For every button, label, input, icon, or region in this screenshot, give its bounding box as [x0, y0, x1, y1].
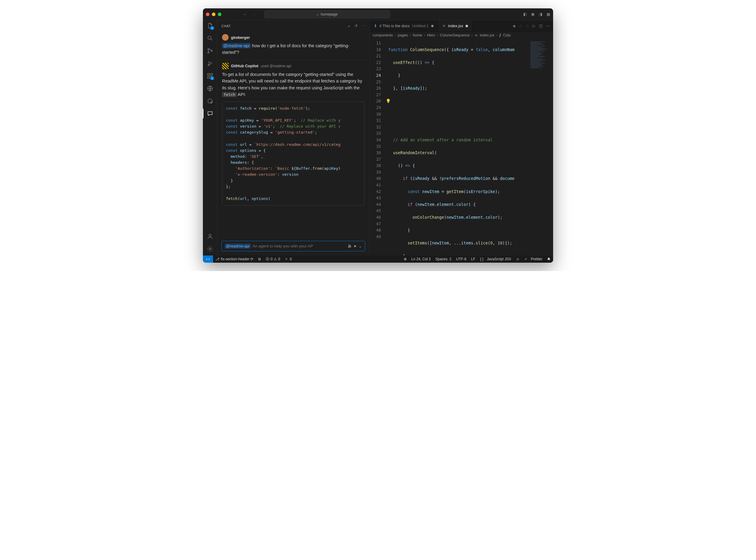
minimize-window[interactable] — [212, 13, 216, 16]
remote-button[interactable] — [203, 256, 213, 263]
user-name: gkoberger — [231, 35, 250, 40]
extensions-icon[interactable]: 2 — [206, 72, 214, 79]
run-icon[interactable]: ▷ — [533, 24, 536, 28]
run-debug-icon[interactable] — [206, 60, 214, 67]
mic-icon[interactable]: 🎤︎ — [348, 244, 352, 248]
layout-secondary-icon[interactable]: ◨ — [539, 12, 542, 16]
nav-arrows: ← → — [243, 12, 256, 16]
sync-icon: ⟳ — [251, 257, 253, 261]
command-center[interactable]: ⌕ homepage — [264, 11, 390, 18]
error-icon: ⓧ — [266, 257, 269, 262]
chat-title: CHAT — [221, 24, 231, 28]
layout-primary-icon[interactable]: ◧ — [523, 12, 527, 16]
remote-explorer-icon[interactable] — [206, 85, 214, 92]
breadcrumb[interactable]: components› pages› home› Hero› ColumnSeq… — [370, 32, 553, 39]
user-message: gkoberger @readme-api how do I get a lis… — [217, 32, 369, 60]
spaces-status[interactable]: Spaces: 2 — [433, 257, 454, 261]
language-status[interactable]: { } JavaScript JSX — [478, 257, 514, 261]
chat-messages[interactable]: gkoberger @readme-api how do I get a lis… — [217, 32, 369, 238]
ports-status[interactable]: ⧉ — [256, 257, 263, 261]
svg-rect-8 — [211, 74, 212, 75]
source-control-icon[interactable] — [206, 47, 214, 54]
arrow-down-icon: ⬇ — [374, 24, 377, 28]
layout-customize-icon[interactable]: ▦ — [546, 12, 550, 16]
line-gutter: 1118212223242526272829303132333435363738… — [370, 39, 383, 256]
svg-point-12 — [209, 234, 211, 236]
explorer-badge: 2 — [210, 26, 214, 30]
zoom-status[interactable]: ⊕ — [401, 257, 409, 261]
cursor-status[interactable]: Ln 24, Col 3 — [409, 257, 433, 261]
svg-point-3 — [211, 50, 213, 52]
branch-status[interactable]: ⎇ fix-section-header ⟳ — [213, 257, 256, 261]
branch-icon: ⎇ — [216, 257, 220, 261]
nav-back-icon[interactable]: ← — [243, 12, 247, 16]
bell-icon: 🔔︎ — [547, 257, 551, 261]
svg-point-4 — [208, 65, 209, 66]
history-icon[interactable]: ↺ — [355, 24, 358, 28]
tab-suffix: Untitled-1 — [412, 24, 429, 28]
assistant-name: GitHub Copilot — [231, 64, 258, 68]
testing-icon[interactable] — [206, 97, 214, 105]
chat-input[interactable]: @readme-api 🎤︎ ➤ ⌄ — [221, 241, 365, 251]
copilot-status[interactable]: ☺ — [514, 257, 522, 261]
braces-icon: { } — [480, 257, 483, 261]
tab-index-jsx[interactable]: ⚛ index.jsx — [438, 20, 473, 32]
svg-point-10 — [208, 99, 212, 103]
tab-label: index.jsx — [448, 24, 463, 28]
maximize-window[interactable] — [218, 13, 221, 16]
svg-point-2 — [208, 52, 209, 53]
split-editor-icon[interactable]: ◫ — [539, 24, 543, 28]
search-icon: ⌕ — [317, 12, 319, 16]
more-icon[interactable]: ⋯ — [362, 24, 365, 28]
settings-gear-icon[interactable] — [206, 245, 214, 253]
account-icon[interactable] — [206, 233, 214, 240]
more-editor-icon[interactable]: ⋯ — [546, 24, 550, 28]
activity-bar: 2 2 — [203, 20, 217, 256]
layout-panel-icon[interactable]: ▣ — [531, 12, 535, 16]
prev-change-icon[interactable]: ◇ — [519, 24, 522, 28]
copilot-avatar-icon — [222, 63, 228, 69]
copilot-icon: ☺ — [516, 257, 520, 261]
assistant-message-text: To get a list of documents for the categ… — [222, 71, 364, 98]
assistant-message: GitHub Copilot used @readme-api To get a… — [217, 60, 369, 210]
search-activity-icon[interactable] — [206, 35, 214, 42]
titlebar: ← → ⌕ homepage ◧ ▣ ◨ ▦ — [203, 8, 553, 20]
plug-icon: ⧉ — [258, 257, 261, 261]
next-change-icon[interactable]: ◇ — [526, 24, 529, 28]
eol-status[interactable]: LF — [469, 257, 478, 261]
broadcast-icon: ᯤ — [285, 257, 289, 261]
svg-point-0 — [208, 36, 211, 39]
svg-rect-5 — [207, 74, 209, 75]
code-text[interactable]: function ColumnSequence({ isReady = fals… — [383, 39, 553, 256]
radio-status[interactable]: ᯤ0 — [283, 257, 294, 261]
explorer-icon[interactable]: 2 — [206, 22, 214, 29]
problems-status[interactable]: ⓧ0 ⚠0 — [263, 257, 282, 262]
chat-icon[interactable] — [206, 110, 214, 117]
modified-dot-icon — [465, 25, 468, 27]
editor-tab-actions: ◈ ◇ ◇ ▷ ◫ ⋯ — [513, 20, 553, 32]
chat-header: CHAT ＋ ↺ ⋯ — [217, 20, 369, 32]
modified-dot-icon — [431, 25, 434, 27]
code-editor[interactable]: 1118212223242526272829303132333435363738… — [370, 39, 553, 256]
encoding-status[interactable]: UTF-8 — [454, 257, 469, 261]
close-window[interactable] — [206, 13, 210, 16]
minimap[interactable] — [529, 39, 553, 256]
chat-input-field[interactable] — [253, 244, 346, 248]
code-sample[interactable]: const fetch = require('node-fetch'); con… — [222, 102, 364, 205]
new-chat-icon[interactable]: ＋ — [347, 24, 351, 28]
prettier-status[interactable]: ✓ Prettier — [522, 257, 545, 261]
extensions-badge: 2 — [210, 77, 214, 80]
editor-tabs: ⬇ # This is the docs Untitled-1 ⚛ index.… — [370, 20, 553, 32]
react-icon: ⚛ — [442, 24, 446, 28]
notifications-status[interactable]: 🔔︎ — [545, 257, 553, 261]
send-icon[interactable]: ➤ — [354, 244, 357, 248]
input-mention: @readme-api — [225, 243, 251, 248]
window-controls — [206, 13, 221, 16]
send-menu-icon[interactable]: ⌄ — [359, 244, 362, 248]
compare-icon[interactable]: ◈ — [513, 24, 516, 28]
used-agent-label: used @readme-api — [261, 64, 291, 68]
nav-forward-icon[interactable]: → — [252, 12, 256, 16]
svg-rect-6 — [207, 77, 209, 78]
tab-docs[interactable]: ⬇ # This is the docs Untitled-1 — [370, 20, 438, 32]
status-bar: ⎇ fix-section-header ⟳ ⧉ ⓧ0 ⚠0 ᯤ0 ⊕ Ln 2… — [203, 256, 553, 263]
